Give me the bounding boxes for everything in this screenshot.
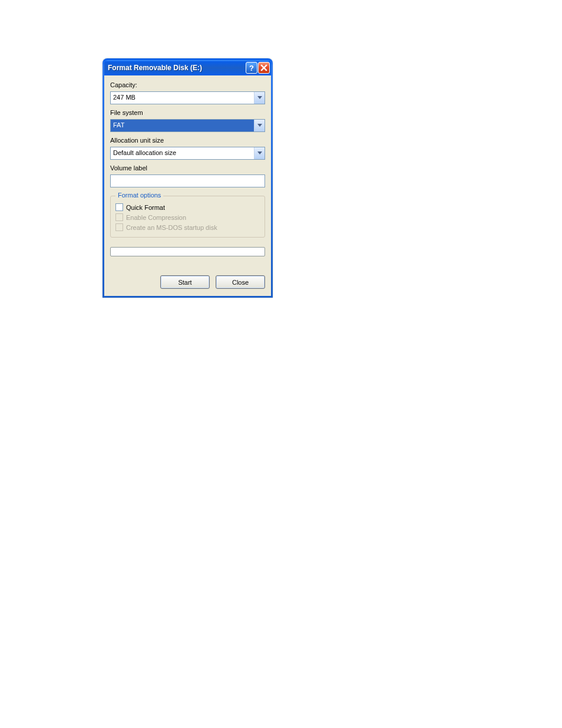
volume-label-label: Volume label [110, 164, 265, 172]
allocation-combo[interactable]: Default allocation size [110, 147, 265, 160]
dialog-body: Capacity: 247 MB File system FAT Allocat… [104, 75, 271, 296]
format-options-group: Format options Quick Format Enable Compr… [110, 196, 265, 238]
allocation-label: Allocation unit size [110, 137, 265, 144]
quick-format-row[interactable]: Quick Format [115, 203, 260, 211]
help-button[interactable]: ? [246, 62, 257, 74]
capacity-value: 247 MB [111, 92, 254, 104]
close-button[interactable] [258, 62, 270, 74]
filesystem-label: File system [110, 109, 265, 116]
enable-compression-row: Enable Compression [115, 213, 260, 221]
help-icon: ? [249, 64, 254, 73]
enable-compression-label: Enable Compression [126, 214, 186, 221]
chevron-down-icon [257, 124, 262, 127]
allocation-dropdown-button[interactable] [254, 147, 265, 159]
capacity-dropdown-button[interactable] [254, 92, 265, 104]
close-dialog-button[interactable]: Close [216, 275, 265, 289]
msdos-startup-checkbox [115, 223, 123, 231]
format-dialog: Format Removable Disk (E:) ? Capacity: 2… [103, 58, 273, 298]
titlebar-buttons: ? [246, 62, 270, 74]
button-row: Start Close [110, 275, 265, 289]
filesystem-dropdown-button[interactable] [254, 120, 265, 131]
quick-format-label: Quick Format [126, 204, 165, 211]
chevron-down-icon [257, 151, 262, 155]
start-button[interactable]: Start [160, 275, 210, 289]
quick-format-checkbox[interactable] [115, 203, 123, 211]
volume-label-input[interactable] [110, 174, 265, 187]
capacity-label: Capacity: [110, 81, 265, 88]
filesystem-value: FAT [111, 120, 254, 131]
progress-bar [110, 247, 265, 256]
titlebar[interactable]: Format Removable Disk (E:) ? [104, 60, 271, 75]
filesystem-combo[interactable]: FAT [110, 119, 265, 132]
msdos-startup-label: Create an MS-DOS startup disk [126, 224, 217, 231]
enable-compression-checkbox [115, 213, 123, 221]
window-title: Format Removable Disk (E:) [108, 64, 246, 72]
capacity-combo[interactable]: 247 MB [110, 91, 265, 104]
close-icon [260, 64, 267, 71]
chevron-down-icon [257, 96, 262, 100]
format-options-legend: Format options [115, 192, 163, 199]
allocation-value: Default allocation size [111, 147, 254, 159]
msdos-startup-row: Create an MS-DOS startup disk [115, 223, 260, 231]
